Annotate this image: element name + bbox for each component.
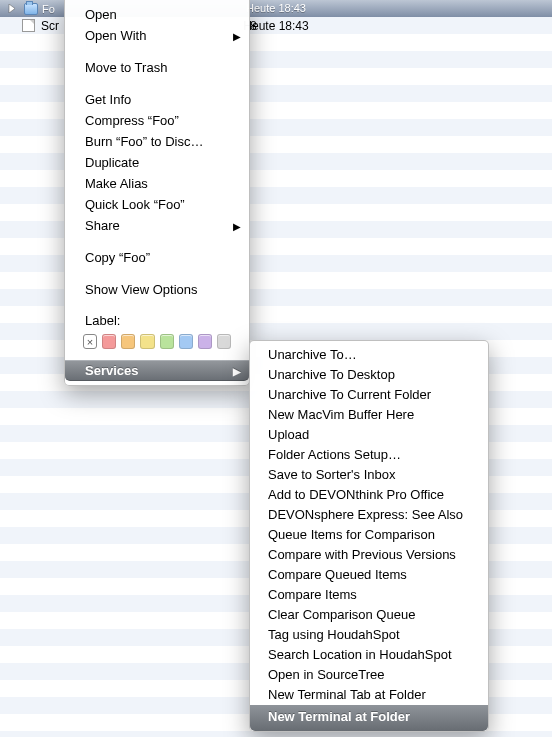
menu-item-services[interactable]: Services▶ <box>65 360 249 381</box>
menu-item-label: Move to Trash <box>85 60 167 75</box>
services-item-unarchive-to[interactable]: Unarchive To… <box>250 345 488 365</box>
label-swatch-1[interactable] <box>102 334 116 349</box>
services-item-clear-comparison-queue[interactable]: Clear Comparison Queue <box>250 605 488 625</box>
label-swatch-row: × <box>65 330 249 355</box>
submenu-arrow-icon: ▶ <box>233 217 241 234</box>
menu-item-label: Compare Items <box>268 587 357 602</box>
menu-item-label: New Terminal at Folder <box>268 709 410 724</box>
nav-forward-icon <box>6 3 18 15</box>
menu-item-compress-foo[interactable]: Compress “Foo” <box>65 110 249 131</box>
submenu-arrow-icon: ▶ <box>233 27 241 44</box>
menu-item-label: Burn “Foo” to Disc… <box>85 134 203 149</box>
menu-item-label: Duplicate <box>85 155 139 170</box>
services-item-folder-actions-setup[interactable]: Folder Actions Setup… <box>250 445 488 465</box>
menu-item-get-info[interactable]: Get Info <box>65 89 249 110</box>
menu-item-label: Open <box>85 7 117 22</box>
menu-item-label: Add to DEVONthink Pro Office <box>268 487 444 502</box>
menu-item-label: Open in SourceTree <box>268 667 385 682</box>
menu-item-open[interactable]: Open <box>65 4 249 25</box>
menu-item-label: Quick Look “Foo” <box>85 197 185 212</box>
file-date: Heute 18:43 <box>243 19 308 33</box>
menu-separator <box>66 83 248 84</box>
label-swatch-3[interactable] <box>140 334 154 349</box>
menu-item-label: Open With <box>85 28 146 43</box>
services-item-compare-with-previous-versions[interactable]: Compare with Previous Versions <box>250 545 488 565</box>
folder-name: Fo <box>42 3 55 15</box>
label-swatch-none[interactable]: × <box>83 334 97 349</box>
menu-item-quick-look-foo[interactable]: Quick Look “Foo” <box>65 194 249 215</box>
menu-separator <box>66 305 248 306</box>
services-item-add-to-devonthink-pro-office[interactable]: Add to DEVONthink Pro Office <box>250 485 488 505</box>
services-submenu: Unarchive To…Unarchive To DesktopUnarchi… <box>249 340 489 732</box>
services-item-devonsphere-express-see-also[interactable]: DEVONsphere Express: See Also <box>250 505 488 525</box>
menu-separator <box>66 241 248 242</box>
menu-item-label: Unarchive To Desktop <box>268 367 395 382</box>
menu-item-make-alias[interactable]: Make Alias <box>65 173 249 194</box>
menu-item-move-to-trash[interactable]: Move to Trash <box>65 57 249 78</box>
services-item-unarchive-to-desktop[interactable]: Unarchive To Desktop <box>250 365 488 385</box>
menu-item-label: New Terminal Tab at Folder <box>268 687 426 702</box>
file-icon <box>22 19 35 32</box>
menu-item-duplicate[interactable]: Duplicate <box>65 152 249 173</box>
menu-item-label: Compare with Previous Versions <box>268 547 456 562</box>
services-item-compare-queued-items[interactable]: Compare Queued Items <box>250 565 488 585</box>
menu-item-label: Queue Items for Comparison <box>268 527 435 542</box>
menu-item-label: Tag using HoudahSpot <box>268 627 400 642</box>
menu-item-label: New MacVim Buffer Here <box>268 407 414 422</box>
services-item-queue-items-for-comparison[interactable]: Queue Items for Comparison <box>250 525 488 545</box>
menu-item-burn-foo-to-disc[interactable]: Burn “Foo” to Disc… <box>65 131 249 152</box>
folder-icon <box>24 3 38 15</box>
services-item-save-to-sorter-s-inbox[interactable]: Save to Sorter's Inbox <box>250 465 488 485</box>
menu-item-copy-foo[interactable]: Copy “Foo” <box>65 247 249 268</box>
file-name: Scr <box>41 19 59 33</box>
services-item-open-in-sourcetree[interactable]: Open in SourceTree <box>250 665 488 685</box>
services-item-unarchive-to-current-folder[interactable]: Unarchive To Current Folder <box>250 385 488 405</box>
label-heading: Label: <box>65 311 249 330</box>
services-item-new-macvim-buffer-here[interactable]: New MacVim Buffer Here <box>250 405 488 425</box>
menu-item-label: Save to Sorter's Inbox <box>268 467 396 482</box>
context-menu: OpenOpen With▶Move to TrashGet InfoCompr… <box>64 0 250 386</box>
submenu-arrow-icon: ▶ <box>233 365 241 376</box>
menu-item-label: Show View Options <box>85 282 198 297</box>
menu-separator <box>66 51 248 52</box>
menu-item-label: Make Alias <box>85 176 148 191</box>
services-item-tag-using-houdahspot[interactable]: Tag using HoudahSpot <box>250 625 488 645</box>
menu-item-label: DEVONsphere Express: See Also <box>268 507 463 522</box>
menu-item-label: Unarchive To… <box>268 347 357 362</box>
menu-item-label: Unarchive To Current Folder <box>268 387 431 402</box>
label-swatch-5[interactable] <box>179 334 193 349</box>
menu-item-label: Get Info <box>85 92 131 107</box>
label-swatch-4[interactable] <box>160 334 174 349</box>
menu-item-label: Folder Actions Setup… <box>268 447 401 462</box>
header-date: Heute 18:43 <box>246 0 306 17</box>
menu-item-show-view-options[interactable]: Show View Options <box>65 279 249 300</box>
menu-item-open-with[interactable]: Open With▶ <box>65 25 249 46</box>
services-item-compare-items[interactable]: Compare Items <box>250 585 488 605</box>
menu-separator <box>66 273 248 274</box>
services-item-new-terminal-at-folder[interactable]: New Terminal at Folder <box>250 705 488 731</box>
menu-item-share[interactable]: Share▶ <box>65 215 249 236</box>
menu-item-label: Services <box>85 363 139 378</box>
menu-item-label: Compare Queued Items <box>268 567 407 582</box>
menu-item-label: Copy “Foo” <box>85 250 150 265</box>
menu-item-label: Upload <box>268 427 309 442</box>
services-item-new-terminal-tab-at-folder[interactable]: New Terminal Tab at Folder <box>250 685 488 705</box>
label-swatch-6[interactable] <box>198 334 212 349</box>
menu-item-label: Search Location in HoudahSpot <box>268 647 452 662</box>
label-swatch-7[interactable] <box>217 334 231 349</box>
label-swatch-2[interactable] <box>121 334 135 349</box>
menu-item-label: Clear Comparison Queue <box>268 607 415 622</box>
menu-item-label: Compress “Foo” <box>85 113 179 128</box>
menu-item-label: Share <box>85 218 120 233</box>
services-item-search-location-in-houdahspot[interactable]: Search Location in HoudahSpot <box>250 645 488 665</box>
services-item-upload[interactable]: Upload <box>250 425 488 445</box>
